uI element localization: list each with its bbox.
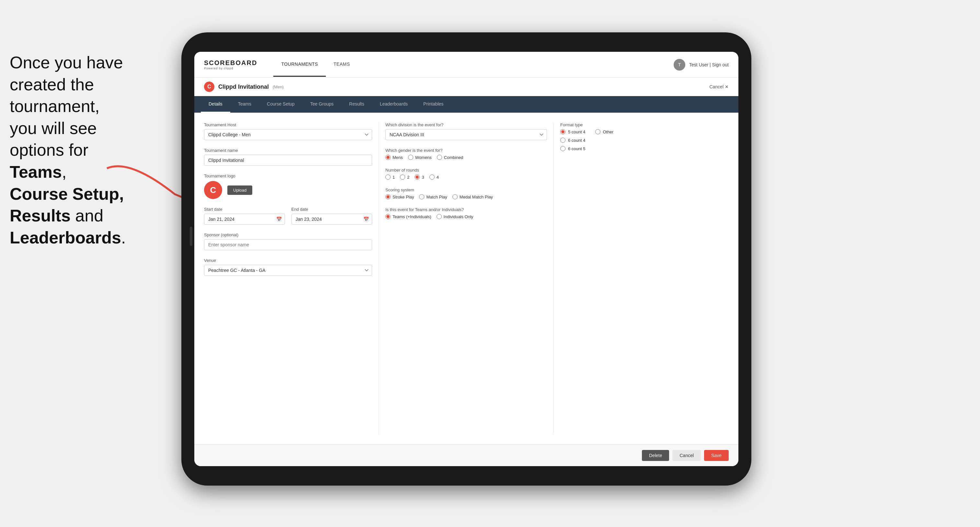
end-date-field: End date 📅 [291,207,372,225]
scoring-radio-group: Stroke Play Match Play Medal Match Play [385,194,547,199]
tab-teams[interactable]: Teams [230,96,259,113]
nav-tournaments[interactable]: TOURNAMENTS [273,52,326,77]
tab-printables[interactable]: Printables [415,96,451,113]
gender-group: Which gender is the event for? Mens Wome… [385,148,547,160]
scoring-match-option[interactable]: Match Play [419,194,447,199]
logo-box: SCOREBOARD Powered by clippd [204,59,257,70]
cancel-button[interactable]: Cancel ✕ [709,84,729,89]
format-other-option[interactable]: Other [595,129,614,134]
gender-mens-option[interactable]: Mens [385,155,403,160]
gender-womens-radio[interactable] [408,155,413,160]
rounds-4-radio[interactable] [430,175,434,179]
nav-links: TOURNAMENTS TEAMS [273,52,358,77]
tab-leaderboards[interactable]: Leaderboards [372,96,415,113]
format-type-group: Format type 5 count 4 6 count 4 [560,122,729,154]
division-select[interactable]: NCAA Division III [385,129,547,140]
individuals-only-label: Individuals Only [444,214,474,219]
tablet-device: SCOREBOARD Powered by clippd TOURNAMENTS… [181,32,751,486]
start-date-wrap: 📅 [204,214,285,225]
tab-tee-groups[interactable]: Tee Groups [302,96,341,113]
breadcrumb-bar: C Clippd Invitational (Men) Cancel ✕ [194,78,738,96]
gender-womens-label: Womens [415,155,432,160]
format-6count4-option[interactable]: 6 count 4 [560,138,585,143]
gender-womens-option[interactable]: Womens [408,155,432,160]
format-other-radio[interactable] [595,129,600,134]
gender-mens-radio[interactable] [385,155,391,160]
scoring-stroke-radio[interactable] [385,194,391,199]
dates-group: Start date 📅 End date 📅 [204,207,372,225]
upload-button[interactable]: Upload [228,186,252,195]
tournament-host-select[interactable]: Clippd College - Men [204,129,372,140]
format-left-col: 5 count 4 6 count 4 6 count 5 [560,129,585,154]
logo-title: SCOREBOARD [204,59,257,67]
cancel-button-footer[interactable]: Cancel [672,450,701,461]
calendar-icon-end: 📅 [363,217,369,222]
scoring-medal-option[interactable]: Medal Match Play [452,194,493,199]
end-date-label: End date [291,207,372,212]
rounds-3-label: 3 [422,175,424,179]
save-button[interactable]: Save [704,450,729,461]
venue-select[interactable]: Peachtree GC - Atlanta - GA [204,265,372,276]
gender-radio-group: Mens Womens Combined [385,155,547,160]
format-5count4-option[interactable]: 5 count 4 [560,129,585,134]
tournament-logo-label: Tournament logo [204,173,372,178]
footer-bar: Delete Cancel Save [194,444,738,466]
teams-plus-label: Teams (+Individuals) [393,214,431,219]
format-6count5-radio[interactable] [560,146,565,151]
individuals-only-option[interactable]: Individuals Only [437,214,474,219]
gender-combined-radio[interactable] [437,155,442,160]
form-col-left: Tournament Host Clippd College - Men Tou… [204,122,379,435]
user-label[interactable]: Test User | Sign out [689,62,729,67]
gender-combined-option[interactable]: Combined [437,155,463,160]
venue-group: Venue Peachtree GC - Atlanta - GA [204,258,372,276]
format-5count4-radio[interactable] [560,129,565,134]
tab-course-setup[interactable]: Course Setup [259,96,302,113]
logo-upload-area: C Upload [204,181,372,199]
rounds-radio-group: 1 2 3 4 [385,175,547,179]
tournament-icon: C [204,82,215,92]
format-6count5-option[interactable]: 6 count 5 [560,146,585,151]
scoring-stroke-option[interactable]: Stroke Play [385,194,414,199]
rounds-2-option[interactable]: 2 [400,175,409,179]
side-button [190,227,192,246]
start-date-label: Start date [204,207,285,212]
venue-label: Venue [204,258,372,263]
teams-radio-group: Teams (+Individuals) Individuals Only [385,214,547,219]
individuals-only-radio[interactable] [437,214,442,219]
rounds-1-option[interactable]: 1 [385,175,395,179]
teams-plus-radio[interactable] [385,214,391,219]
rounds-3-option[interactable]: 3 [415,175,424,179]
rounds-1-radio[interactable] [385,175,391,179]
delete-button[interactable]: Delete [642,450,669,461]
tournament-badge: (Men) [273,84,284,89]
format-6count5-label: 6 count 5 [568,146,585,151]
scoring-group: Scoring system Stroke Play Match Play [385,187,547,199]
tab-results[interactable]: Results [341,96,372,113]
format-6count4-label: 6 count 4 [568,138,585,143]
start-date-field: Start date 📅 [204,207,285,225]
rounds-4-option[interactable]: 4 [430,175,439,179]
nav-teams[interactable]: TEAMS [326,52,358,77]
tab-details[interactable]: Details [201,96,230,113]
breadcrumb-content: C Clippd Invitational (Men) [204,82,284,92]
device-screen: SCOREBOARD Powered by clippd TOURNAMENTS… [194,52,738,466]
sponsor-input[interactable] [204,239,372,250]
end-date-input[interactable] [291,214,372,225]
scoring-stroke-label: Stroke Play [393,195,414,199]
format-6count4-radio[interactable] [560,138,565,143]
scoring-medal-label: Medal Match Play [460,195,493,199]
rounds-2-radio[interactable] [400,175,405,179]
rounds-3-radio[interactable] [415,175,420,179]
tournament-name-input[interactable] [204,155,372,166]
teams-individuals-label: Is this event for Teams and/or Individua… [385,207,547,212]
teams-plus-option[interactable]: Teams (+Individuals) [385,214,431,219]
end-date-wrap: 📅 [291,214,372,225]
format-other-label: Other [603,130,614,134]
main-content: Tournament Host Clippd College - Men Tou… [194,113,738,444]
start-date-input[interactable] [204,214,285,225]
user-area: T Test User | Sign out [674,59,729,71]
scoring-medal-radio[interactable] [452,194,458,199]
scoring-match-radio[interactable] [419,194,424,199]
tournament-host-label: Tournament Host [204,122,372,127]
avatar: T [674,59,685,71]
